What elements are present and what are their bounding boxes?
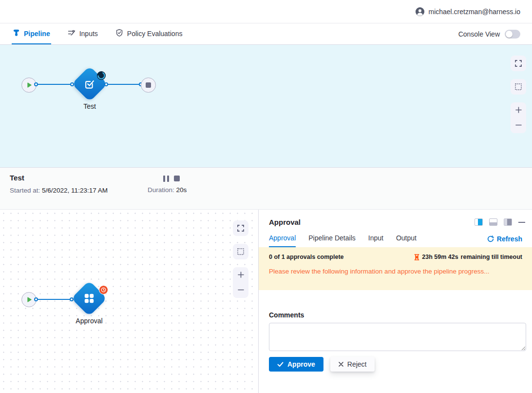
- timeout-suffix: remaining till timeout: [461, 254, 522, 260]
- pause-button[interactable]: [163, 176, 169, 182]
- step-node-label: Approval: [65, 317, 114, 325]
- timeout-info: 23h 59m 42s remaining till timeout: [414, 254, 522, 260]
- stage-node-label: Test: [65, 102, 114, 110]
- approval-message: Please review the following information …: [269, 268, 522, 275]
- check-icon: [277, 362, 284, 367]
- edge-test-to-end: [108, 84, 141, 85]
- edge-port: [34, 297, 38, 301]
- status-column-2: Duration: 20s: [148, 174, 187, 194]
- zoom-controls: [511, 102, 526, 133]
- started-at: Started at: 5/6/2022, 11:23:17 AM: [10, 187, 532, 194]
- harness-execution-page: michael.cretzman@harness.io Pipeline: [0, 0, 532, 393]
- execution-status-bar: Test Started at: 5/6/2022, 11:23:17 AM D…: [0, 167, 532, 210]
- zoom-out-button[interactable]: [511, 118, 526, 133]
- hourglass-icon: [414, 254, 419, 260]
- step-details-panel: Approval Approval Pipeline Details Input…: [259, 210, 532, 393]
- minimize-panel-icon[interactable]: [518, 222, 525, 223]
- layout-right-drawer-icon[interactable]: [504, 218, 512, 226]
- toggle-knob: [506, 31, 513, 38]
- x-icon: [339, 362, 343, 367]
- layout-bottom-split-icon[interactable]: [489, 218, 497, 226]
- panel-tab-pipeline-details[interactable]: Pipeline Details: [308, 234, 356, 247]
- comments-label: Comments: [269, 311, 526, 319]
- zoom-controls: [233, 267, 248, 298]
- approval-step-icon: [83, 292, 95, 305]
- duration: Duration: 20s: [148, 186, 187, 194]
- comments-input[interactable]: [269, 323, 526, 351]
- console-view-control: Console View: [458, 23, 520, 44]
- panel-tab-input[interactable]: Input: [368, 234, 383, 247]
- tab-inputs[interactable]: Inputs: [67, 23, 99, 44]
- reject-button[interactable]: Reject: [330, 357, 375, 372]
- duration-label: Duration:: [148, 186, 174, 194]
- panel-tabs: Approval Pipeline Details Input Output R…: [259, 234, 532, 247]
- bottom-split: Approval: [0, 210, 532, 393]
- fullscreen-button[interactable]: [233, 220, 248, 236]
- comments-section: Comments: [269, 311, 526, 353]
- layout-right-split-icon[interactable]: [475, 218, 483, 226]
- reject-label: Reject: [347, 360, 367, 368]
- pipeline-graph-canvas[interactable]: Test: [0, 45, 532, 167]
- refresh-button[interactable]: Refresh: [487, 235, 522, 243]
- pause-bar: [163, 176, 165, 182]
- console-view-toggle[interactable]: [505, 30, 520, 39]
- spinner-badge-icon: [97, 71, 106, 80]
- tab-label: Policy Evaluations: [127, 30, 183, 38]
- approvals-progress: 0 of 1 approvals complete: [269, 254, 344, 260]
- user-email: michael.cretzman@harness.io: [428, 8, 520, 16]
- tab-policy-evaluations[interactable]: Policy Evaluations: [114, 23, 184, 44]
- inputs-icon: [68, 29, 76, 38]
- tab-label: Inputs: [79, 30, 98, 38]
- edge-start-to-test: [36, 84, 73, 85]
- fit-to-screen-button[interactable]: [233, 244, 248, 259]
- zoom-out-button[interactable]: [233, 282, 248, 297]
- approval-stage-icon: [83, 78, 96, 91]
- shield-check-icon: [115, 29, 123, 39]
- approval-actions: Approve Reject: [269, 357, 532, 372]
- clock-badge-icon: [99, 285, 108, 295]
- refresh-label: Refresh: [497, 235, 522, 243]
- top-bar: michael.cretzman@harness.io: [0, 0, 532, 23]
- started-value: 5/6/2022, 11:23:17 AM: [42, 187, 108, 194]
- pipeline-end-node[interactable]: [141, 78, 156, 93]
- approval-banner: 0 of 1 approvals complete 23h 59m 42s re…: [259, 247, 532, 290]
- play-icon: [26, 82, 32, 88]
- fit-to-screen-button[interactable]: [511, 79, 526, 95]
- approve-label: Approve: [287, 360, 315, 368]
- user-avatar-icon: [416, 7, 424, 16]
- pipeline-icon: [13, 29, 20, 38]
- execution-tab-bar: Pipeline Inputs Policy Evaluations: [0, 23, 532, 45]
- pause-bar: [167, 176, 169, 182]
- refresh-icon: [487, 236, 494, 242]
- console-view-label: Console View: [458, 30, 500, 38]
- started-label: Started at:: [10, 187, 40, 194]
- zoom-in-button[interactable]: [511, 102, 526, 118]
- stop-icon: [146, 82, 151, 88]
- duration-value: 20s: [176, 186, 187, 194]
- abort-button[interactable]: [174, 176, 180, 181]
- tab-pipeline[interactable]: Pipeline: [12, 23, 51, 44]
- fullscreen-button[interactable]: [511, 56, 526, 71]
- panel-tab-output[interactable]: Output: [396, 234, 417, 247]
- stage-graph-canvas[interactable]: Approval: [0, 210, 259, 393]
- panel-layout-controls: [475, 218, 525, 226]
- user-menu[interactable]: michael.cretzman@harness.io: [416, 7, 520, 16]
- edge-port: [34, 82, 38, 86]
- edge-port: [70, 82, 74, 86]
- timeout-remaining: 23h 59m 42s: [422, 254, 458, 260]
- edge-start-to-approval: [36, 299, 72, 300]
- stage-title: Test: [10, 174, 532, 182]
- tab-label: Pipeline: [24, 30, 50, 38]
- play-icon: [26, 296, 32, 303]
- execution-controls: [163, 176, 187, 182]
- zoom-in-button[interactable]: [233, 267, 248, 282]
- panel-tab-approval[interactable]: Approval: [269, 234, 296, 247]
- canvas-controls: [233, 220, 248, 298]
- canvas-controls: [511, 56, 526, 133]
- approve-button[interactable]: Approve: [269, 357, 323, 372]
